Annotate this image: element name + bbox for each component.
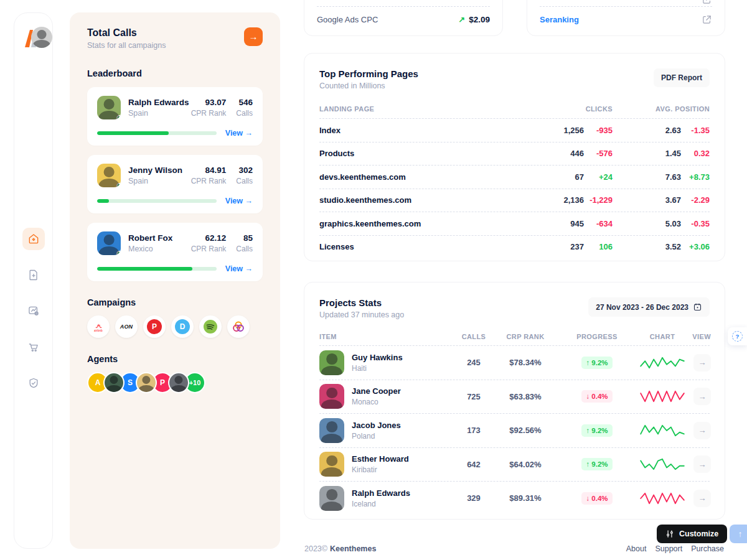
table-row[interactable]: Ralph Edwards Iceland 329 $89.31% ↓ 0.4%…: [319, 481, 710, 515]
p-logo-icon[interactable]: P: [143, 315, 166, 338]
calls-value: 302: [236, 166, 253, 175]
d-logo-icon[interactable]: D: [171, 315, 194, 338]
pdf-report-button[interactable]: PDF Report: [654, 68, 710, 87]
table-row[interactable]: Licenses 237 106 3.52 +3.06: [319, 235, 710, 259]
question-mark-icon: ?: [732, 331, 743, 342]
projects-stats-card: Projects Stats Updated 37 minutes ago 27…: [304, 282, 725, 520]
footer-link-support[interactable]: Support: [655, 544, 682, 553]
calls-value: 85: [236, 233, 253, 243]
screen-settings-icon[interactable]: [22, 300, 45, 322]
progress-track: [97, 199, 217, 203]
airbnb-logo-icon[interactable]: airbnb: [87, 315, 110, 338]
customize-button[interactable]: Customize: [657, 525, 727, 543]
row-view-button[interactable]: →: [693, 455, 711, 473]
row-view-button[interactable]: →: [693, 422, 711, 439]
help-button[interactable]: ?: [728, 327, 747, 345]
file-plus-icon[interactable]: [22, 264, 45, 286]
leader-avatar: [97, 96, 121, 119]
card-title: Top Performing Pages: [319, 68, 418, 79]
project-avatar: [319, 350, 344, 375]
table-row[interactable]: Esther Howard Kiribatir 642 $64.02% ↑ 9.…: [319, 447, 710, 482]
table-row[interactable]: Jacob Jones Poland 173 $92.56% ↑ 9.2% →: [319, 413, 710, 447]
project-country: Poland: [352, 432, 401, 441]
landing-page: Index: [319, 126, 529, 135]
seranking-link[interactable]: Seranking: [540, 15, 579, 24]
agent-avatar[interactable]: [136, 372, 157, 393]
table-row[interactable]: graphics.keenthemes.com 945 -634 5.03 -0…: [319, 212, 710, 235]
calendar-icon: [693, 302, 702, 312]
progress-badge: ↑ 9.2%: [581, 357, 612, 369]
table-row[interactable]: Index 1,256 -935 2.63 -1.35: [319, 118, 710, 142]
landing-page: studio.keenthemes.com: [319, 195, 529, 205]
progress-fill: [97, 199, 109, 203]
external-link-icon[interactable]: [702, 0, 712, 5]
clicks-delta: -634: [584, 219, 613, 228]
project-avatar: [319, 452, 344, 477]
cpr-value: 62.12: [191, 233, 227, 243]
progress-track: [97, 131, 217, 135]
agent-avatar[interactable]: [103, 372, 125, 393]
leader-country: Spain: [128, 109, 191, 118]
progress-badge: ↓ 0.4%: [581, 492, 612, 505]
rings-logo-icon[interactable]: [227, 315, 250, 338]
agent-avatar[interactable]: [168, 372, 189, 393]
col-clicks: CLICKS: [529, 105, 613, 113]
position-delta: +8.73: [681, 172, 710, 182]
panel-go-button[interactable]: →: [244, 27, 263, 46]
sparkline-chart: [639, 388, 685, 404]
table-row[interactable]: Guy Hawkins Haiti 245 $78.34% ↑ 9.2% →: [319, 345, 710, 380]
scroll-top-button[interactable]: ↑: [730, 525, 747, 543]
aon-logo-icon[interactable]: AON: [115, 315, 138, 338]
brand-link[interactable]: Keenthemes: [330, 544, 376, 553]
clicks-value: 237: [529, 242, 584, 251]
spotify-logo-icon[interactable]: [199, 315, 222, 338]
footer-link-purchase[interactable]: Purchase: [691, 544, 724, 553]
external-link-icon[interactable]: [702, 14, 712, 25]
copyright: 2023©Keenthemes: [304, 544, 376, 553]
position-value: 3.52: [613, 242, 681, 251]
online-dot: [116, 251, 121, 255]
table-row[interactable]: devs.keenthemes.com 67 +24 7.63 +8.73: [319, 165, 710, 189]
col-progress: PROGRESS: [560, 333, 634, 340]
leader-country: Spain: [128, 177, 191, 185]
user-avatar[interactable]: [31, 27, 52, 48]
copyright-year: 2023©: [304, 544, 327, 553]
aon-word: AON: [120, 324, 133, 330]
date-range-button[interactable]: 27 Nov 2023 - 26 Dec 2023: [588, 297, 710, 317]
shield-check-icon[interactable]: [22, 372, 45, 394]
top-performing-pages-card: Top Performing Pages Counted in Millions…: [304, 53, 725, 261]
col-chart: CHART: [634, 333, 690, 340]
progress-badge: ↑ 9.2%: [581, 424, 612, 437]
view-link[interactable]: View →: [225, 129, 253, 138]
date-range-label: 27 Nov 2023 - 26 Dec 2023: [596, 303, 688, 312]
col-item: ITEM: [319, 333, 456, 340]
row-view-button[interactable]: →: [693, 354, 711, 371]
col-landing-page: LANDING PAGE: [319, 105, 529, 113]
view-link[interactable]: View →: [225, 197, 253, 205]
view-link[interactable]: View →: [225, 264, 253, 273]
customize-label: Customize: [679, 530, 718, 538]
leaderboard-card: Robert Fox Mexico 62.12CPR Rank 85Calls …: [87, 223, 263, 281]
col-crp-rank: CRP RANK: [491, 333, 560, 340]
home-icon[interactable]: [22, 228, 45, 250]
row-view-button[interactable]: →: [693, 490, 711, 507]
leader-country: Mexico: [128, 245, 191, 253]
landing-page: devs.keenthemes.com: [319, 172, 529, 182]
cart-icon[interactable]: [22, 336, 45, 358]
row-view-button[interactable]: →: [693, 388, 711, 405]
sparkline-chart: [639, 490, 685, 506]
clicks-delta: -935: [584, 126, 613, 135]
position-value: 5.03: [613, 219, 681, 228]
leader-name: Ralph Edwards: [128, 98, 191, 107]
table-row[interactable]: Jane Cooper Monaco 725 $63.83% ↓ 0.4% →: [319, 380, 710, 414]
campaigns-row: airbnb AON P D: [87, 315, 263, 338]
google-ads-cpc-row: Google Ads CPC ↗ $2.09: [317, 7, 490, 32]
table-row[interactable]: studio.keenthemes.com 2,136 -1,229 3.67 …: [319, 189, 710, 212]
progress-fill: [97, 131, 169, 135]
agents-row: A S P +10: [87, 372, 263, 393]
table-row[interactable]: Products 446 -576 1.45 0.32: [319, 142, 710, 166]
clicks-value: 446: [529, 149, 584, 158]
clicks-delta: +24: [584, 172, 613, 182]
footer-link-about[interactable]: About: [626, 544, 647, 553]
position-value: 1.45: [613, 149, 681, 158]
